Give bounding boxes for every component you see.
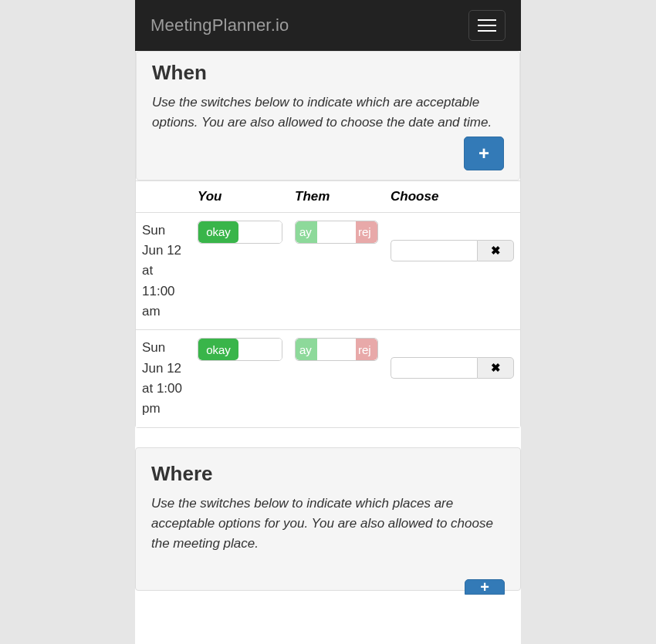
navbar: MeetingPlanner.io <box>135 0 521 51</box>
when-heading: When <box>152 61 504 85</box>
add-time-button[interactable]: + <box>464 137 504 170</box>
choose-group: ✖ <box>391 240 514 261</box>
switch-reject-segment: rej <box>356 339 377 360</box>
close-icon: ✖ <box>491 244 501 258</box>
time-options-table: You Them Choose Sun Jun 12 at 11:00 am o… <box>136 180 520 427</box>
switch-mid-segment <box>317 221 356 243</box>
plus-icon: + <box>478 143 489 164</box>
time-label: Sun Jun 12 at 11:00 am <box>136 212 191 330</box>
col-you: You <box>191 180 289 212</box>
where-card: Where Use the switches below to indicate… <box>135 447 521 591</box>
you-switch[interactable]: okay <box>198 221 282 244</box>
switch-blank-segment <box>238 221 282 243</box>
choose-group: ✖ <box>391 357 514 379</box>
when-card: When Use the switches below to indicate … <box>135 51 521 428</box>
switch-blank-segment <box>238 339 282 360</box>
choose-select[interactable] <box>391 240 477 261</box>
when-description: Use the switches below to indicate which… <box>152 93 496 133</box>
switch-mid-segment <box>317 339 356 360</box>
hamburger-bar-icon <box>478 19 496 21</box>
switch-okay-segment: ay <box>296 221 317 243</box>
switch-okay-segment: ay <box>296 339 317 360</box>
remove-time-button[interactable]: ✖ <box>477 240 514 261</box>
close-icon: ✖ <box>491 361 501 375</box>
you-switch[interactable]: okay <box>198 338 282 361</box>
plus-icon: + <box>480 579 489 595</box>
where-heading: Where <box>151 462 505 486</box>
switch-okay-segment: okay <box>198 221 238 243</box>
where-description: Use the switches below to indicate which… <box>151 494 497 555</box>
hamburger-bar-icon <box>478 25 496 26</box>
table-row: Sun Jun 12 at 11:00 am okay ay rej <box>136 212 520 330</box>
col-them: Them <box>289 180 384 212</box>
col-choose: Choose <box>384 180 520 212</box>
them-switch[interactable]: ay rej <box>295 338 378 361</box>
them-switch[interactable]: ay rej <box>295 221 378 244</box>
switch-okay-segment: okay <box>198 339 238 360</box>
time-label: Sun Jun 12 at 1:00 pm <box>136 330 191 427</box>
menu-toggle-button[interactable] <box>468 10 506 41</box>
switch-reject-segment: rej <box>356 221 377 243</box>
remove-time-button[interactable]: ✖ <box>477 357 514 379</box>
choose-select[interactable] <box>391 357 477 379</box>
add-place-button[interactable]: + <box>465 579 505 595</box>
table-row: Sun Jun 12 at 1:00 pm okay ay rej <box>136 330 520 427</box>
hamburger-bar-icon <box>478 30 496 32</box>
brand[interactable]: MeetingPlanner.io <box>150 15 289 35</box>
col-blank <box>136 180 191 212</box>
